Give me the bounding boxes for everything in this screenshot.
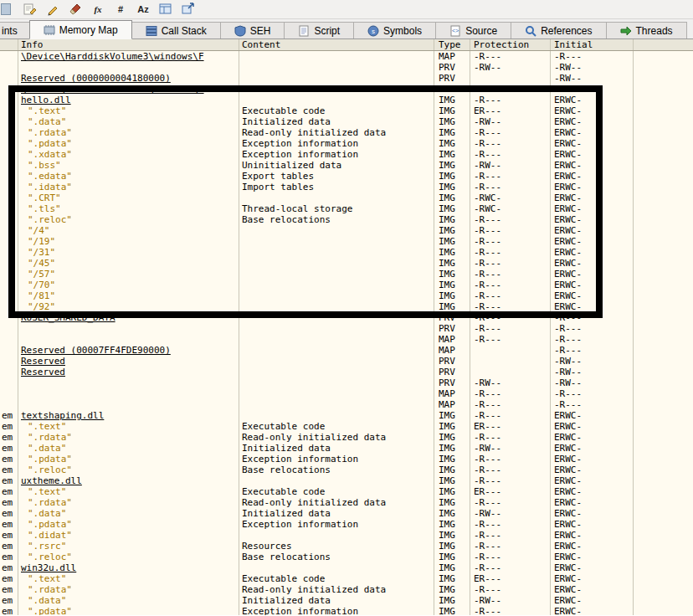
table-row[interactable]: "/57"IMG-R---ERWC-	[0, 269, 693, 280]
table-row[interactable]: MAP-R----R---	[0, 334, 693, 345]
table-row[interactable]: emwin32u.dllIMG-R---ERWC-	[0, 562, 693, 573]
table-row[interactable]: em".rdata"Read-only initialized dataIMG-…	[0, 497, 693, 508]
spare-cell	[634, 541, 693, 552]
tab-memory-map[interactable]: Memory Map	[29, 20, 132, 39]
hash-icon[interactable]: #	[113, 2, 128, 17]
tab-seh[interactable]: SEH	[220, 22, 285, 38]
table-row[interactable]: PRV-R----R---	[0, 323, 693, 334]
initial-cell: ERWC-	[551, 280, 634, 290]
pencil-icon[interactable]	[45, 2, 60, 17]
table-row[interactable]: ".idata"Import tablesIMG-R---ERWC-	[0, 182, 693, 192]
detach-window-icon[interactable]	[181, 2, 196, 17]
table-row[interactable]: "/45"IMG-R---ERWC-	[0, 258, 693, 269]
table-row[interactable]: ".pdata"Exception informationIMG-R---ERW…	[0, 138, 693, 149]
spare-cell	[634, 62, 693, 73]
protection-cell: -R---	[470, 432, 551, 443]
protection-cell: -RW--	[470, 160, 551, 171]
table-row[interactable]: ".xdata"Exception informationIMG-R---ERW…	[0, 149, 693, 160]
initial-cell: ERWC-	[551, 530, 634, 541]
clipped-icon[interactable]	[0, 2, 15, 17]
table-row[interactable]: MAP-R----R---	[0, 388, 693, 399]
tab-script[interactable]: Script	[284, 22, 354, 38]
table-row[interactable]: Reserved (00007FF4FDE90000)MAP-R---	[0, 345, 693, 356]
table-row[interactable]: "/31"IMG-R---ERWC-	[0, 247, 693, 258]
table-row[interactable]: ".rdata"Read-only initialized dataIMG-R-…	[0, 127, 693, 138]
table-row[interactable]: em".data"Initialized dataIMG-RW--ERWC-	[0, 508, 693, 519]
tab-source[interactable]: <> Source	[435, 22, 511, 38]
table-row[interactable]: ".data"Initialized dataIMG-RW--ERWC-	[0, 116, 693, 127]
party-cell: em	[0, 541, 18, 552]
party-cell	[0, 334, 18, 345]
table-row[interactable]: em".pdata"Exception informationIMG-R---E…	[0, 454, 693, 465]
layout-window-icon[interactable]	[158, 2, 173, 17]
function-icon[interactable]: fx	[90, 2, 105, 17]
table-row[interactable]: ".text"Executable codeIMGER---ERWC-	[0, 105, 693, 116]
table-row[interactable]: ".CRT"IMG-RWC-ERWC-	[0, 192, 693, 203]
table-row[interactable]: em".didat"IMG-R---ERWC-	[0, 530, 693, 541]
info-cell: "/4"	[18, 225, 239, 236]
initial-cell: -R---	[551, 323, 634, 334]
content-cell	[239, 51, 434, 62]
tab-threads[interactable]: Threads	[606, 22, 687, 38]
font-icon[interactable]: Az	[136, 2, 151, 17]
tab-symbols[interactable]: s Symbols	[353, 22, 436, 38]
table-row[interactable]: ".reloc"Base relocationsIMG-R---ERWC-	[0, 214, 693, 225]
table-row[interactable]: em".reloc"Base relocationsIMG-R---ERWC-	[0, 465, 693, 475]
table-row[interactable]: em".reloc"Base relocationsIMG-R---ERWC-	[0, 552, 693, 562]
table-row[interactable]: hello.dllIMG-R---ERWC-	[0, 95, 693, 105]
table-row[interactable]: ReservedPRV-RW--	[0, 367, 693, 377]
brush-icon[interactable]	[68, 2, 83, 17]
table-row[interactable]: em".rdata"Read-only initialized dataIMG-…	[0, 432, 693, 443]
table-row[interactable]: PRV-RW---RW--	[0, 62, 693, 73]
table-row[interactable]: "/19"IMG-R---ERWC-	[0, 236, 693, 247]
table-row[interactable]: "/92"IMG-R---ERWC-	[0, 301, 693, 312]
tab-label: ints	[2, 25, 18, 37]
tab-call-stack[interactable]: Call Stack	[131, 22, 221, 38]
type-cell: IMG	[434, 301, 470, 312]
table-row[interactable]: emuxtheme.dllIMG-R---ERWC-	[0, 475, 693, 486]
spare-cell	[634, 171, 693, 182]
table-row[interactable]: em".text"Executable codeIMGER---ERWC-	[0, 573, 693, 584]
edit-note-icon[interactable]	[23, 2, 38, 17]
table-row[interactable]: ".edata"Export tablesIMG-R---ERWC-	[0, 171, 693, 182]
table-row[interactable]: emtextshaping.dllIMG-R---ERWC-	[0, 410, 693, 421]
tab-breakpoints[interactable]: ints	[0, 22, 30, 38]
content-cell: Initialized data	[239, 443, 434, 454]
table-row[interactable]: em".pdata"Exception informationIMG-R---E…	[0, 606, 693, 615]
table-row[interactable]: ".bss"Uninitialized dataIMG-RW--ERWC-	[0, 160, 693, 171]
column-header-protection[interactable]: Protection	[470, 39, 551, 50]
table-row[interactable]: ".tls"Thread-local storageIMG-RWC-ERWC-	[0, 203, 693, 214]
column-header-type[interactable]: Type	[434, 39, 470, 50]
tab-references[interactable]: References	[511, 22, 606, 38]
table-row[interactable]: \Device\HarddiskVolume3\windows\FMAP-R--…	[0, 51, 693, 62]
column-header-content[interactable]: Content	[239, 39, 434, 50]
table-row[interactable]: em".data"Initialized dataIMG-RW--ERWC-	[0, 595, 693, 606]
table-row[interactable]: em".pdata"Exception informationIMG-R---E…	[0, 519, 693, 530]
table-row[interactable]: em".rsrc"ResourcesIMG-R---ERWC-	[0, 541, 693, 552]
content-cell: Read-only initialized data	[239, 584, 434, 595]
column-header-initial[interactable]: Initial	[551, 39, 634, 50]
info-cell: ".edata"	[18, 171, 239, 182]
table-row[interactable]: PRV-RW---RW--	[0, 377, 693, 388]
table-row[interactable]: "/70"IMG-R---ERWC-	[0, 280, 693, 290]
protection-cell: -RWC-	[470, 203, 551, 214]
table-row[interactable]: ReservedPRV-RW--	[0, 356, 693, 367]
table-row[interactable]: KUSER_SHARED_DATAPRV-R----R---	[0, 312, 693, 323]
table-row[interactable]: "/81"IMG-R---ERWC-	[0, 290, 693, 301]
content-cell	[239, 530, 434, 541]
table-row[interactable]: em".data"Initialized dataIMG-RW--ERWC-	[0, 443, 693, 454]
initial-cell: ERWC-	[551, 214, 634, 225]
column-header-info[interactable]: Info	[18, 39, 239, 50]
party-cell	[0, 323, 18, 334]
table-row[interactable]: MAP-R----R---	[0, 399, 693, 410]
column-header-party[interactable]	[0, 39, 18, 50]
table-row[interactable]: "/4"IMG-R---ERWC-	[0, 225, 693, 236]
type-cell: IMG	[434, 508, 470, 519]
table-row[interactable]: Reserved (0000000004180000)PRV-RW--	[0, 73, 693, 84]
table-row[interactable]: em".text"Executable codeIMGER---ERWC-	[0, 486, 693, 497]
content-cell	[239, 290, 434, 301]
table-row[interactable]: em".text"Executable codeIMGER---ERWC-	[0, 421, 693, 432]
table-row[interactable]: \Device\HarddiskVolume3\windows\FMAP-R--…	[0, 84, 693, 95]
table-row[interactable]: em".rdata"Read-only initialized dataIMG-…	[0, 584, 693, 595]
info-cell	[18, 377, 239, 388]
